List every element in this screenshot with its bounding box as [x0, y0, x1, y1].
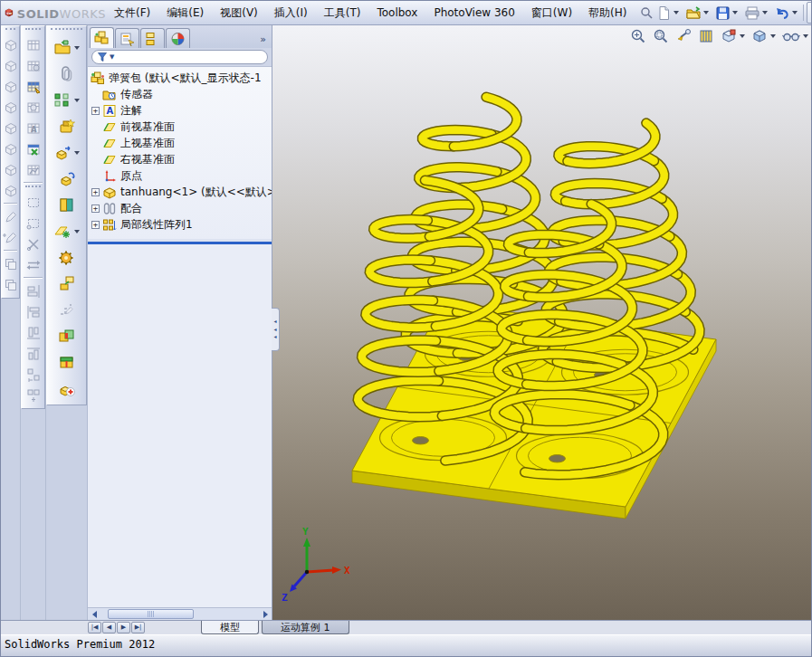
design-table-colored-button[interactable]	[22, 76, 44, 97]
view-cube-button[interactable]	[2, 76, 19, 97]
display-style-button[interactable]	[751, 28, 776, 44]
sketch-pen-button[interactable]	[2, 206, 19, 227]
print-button[interactable]	[741, 2, 770, 24]
design-table-button[interactable]	[22, 34, 44, 55]
tree-item-sensors[interactable]: 传感器	[88, 86, 272, 102]
view-orientation-button[interactable]	[721, 28, 745, 44]
undo-button[interactable]	[771, 2, 800, 24]
section-view-button[interactable]	[698, 28, 714, 44]
align-button[interactable]	[22, 322, 44, 343]
sketch-pen-add-button[interactable]	[2, 227, 19, 248]
toolbar-grip[interactable]	[25, 186, 41, 190]
scroll-track[interactable]	[100, 608, 259, 620]
menu-tools[interactable]: 工具(T)	[316, 2, 369, 24]
select-box-small-button[interactable]	[22, 213, 44, 233]
menu-file[interactable]: 文件(F)	[106, 2, 158, 24]
design-table-chart-button[interactable]	[22, 159, 44, 180]
linear-component-pattern-button[interactable]	[47, 87, 86, 113]
menu-photoview[interactable]: PhotoView 360	[425, 3, 522, 23]
tree-item-right-plane[interactable]: 右视基准面	[88, 151, 272, 167]
scroll-right-arrow[interactable]	[259, 608, 272, 620]
align-button[interactable]	[22, 301, 44, 322]
tree-item-mates[interactable]: + 配合	[88, 200, 272, 216]
panel-collapse-handle[interactable]: ◂ ◂ ◂	[272, 308, 280, 351]
assembly-reference-geometry-button[interactable]	[47, 218, 86, 244]
space-evenly-button[interactable]	[22, 385, 44, 405]
view-cube-button[interactable]	[2, 118, 19, 138]
select-button[interactable]	[807, 2, 812, 24]
insert-component-button[interactable]	[47, 34, 86, 61]
toolbar-grip[interactable]	[51, 28, 82, 33]
space-evenly-button[interactable]	[22, 364, 44, 385]
tab-propertymanager[interactable]	[115, 28, 139, 48]
graphics-viewport[interactable]: Y X Z	[272, 25, 811, 620]
tab-nav-next[interactable]: ▶	[117, 622, 130, 633]
assembly-xpert-button[interactable]	[47, 376, 86, 402]
scroll-thumb[interactable]	[108, 609, 194, 619]
tab-displaymanager[interactable]	[166, 28, 190, 48]
compare-stack-button[interactable]	[2, 274, 19, 295]
save-button[interactable]	[712, 2, 740, 24]
menu-insert[interactable]: 插入(I)	[266, 2, 316, 24]
menu-edit[interactable]: 编辑(E)	[158, 2, 212, 24]
search-icon[interactable]	[640, 4, 654, 22]
design-table-a-button[interactable]: A	[22, 118, 44, 138]
menu-help[interactable]: 帮助(H)	[580, 2, 635, 24]
tab-featuremanager-tree[interactable]	[90, 27, 114, 48]
scroll-left-arrow[interactable]	[88, 608, 100, 620]
menu-toolbox[interactable]: Toolbox	[368, 3, 425, 23]
new-document-button[interactable]	[654, 2, 682, 24]
previous-view-button[interactable]	[675, 28, 692, 44]
tab-nav-prev[interactable]: ◀	[102, 622, 116, 633]
view-cube-button[interactable]	[2, 180, 19, 201]
exploded-view-button[interactable]	[47, 271, 86, 297]
align-button[interactable]	[22, 343, 44, 364]
show-hidden-components-button[interactable]	[47, 192, 86, 218]
design-table-x-button[interactable]	[22, 138, 44, 159]
swap-arrows-button[interactable]	[22, 254, 44, 275]
tab-nav-last[interactable]: ▶|	[131, 622, 145, 633]
tree-item-assembly-root[interactable]: 弹簧包 (默认<默认_显示状态-1	[88, 70, 272, 86]
view-cube-button[interactable]	[2, 55, 19, 76]
mate-button[interactable]	[47, 61, 86, 87]
align-button[interactable]	[22, 281, 44, 301]
expand-toggle[interactable]: +	[91, 188, 100, 196]
tab-configurationmanager[interactable]	[140, 28, 165, 48]
toolbar-grip[interactable]	[25, 28, 41, 33]
view-cube-button[interactable]	[2, 159, 19, 180]
move-component-button[interactable]	[47, 139, 86, 166]
tree-item-front-plane[interactable]: 前视基准面	[88, 119, 272, 135]
assembly-features-button[interactable]	[47, 349, 86, 376]
tree-item-origin[interactable]: 原点	[88, 167, 272, 184]
tree-item-local-linear-pattern[interactable]: + 局部线性阵列1	[88, 216, 272, 233]
view-cube-button[interactable]	[2, 138, 19, 159]
expand-toggle[interactable]: +	[91, 205, 100, 213]
tree-item-top-plane[interactable]: 上视基准面	[88, 135, 272, 151]
expand-toggle[interactable]: +	[91, 107, 100, 115]
smart-fasteners-button[interactable]	[47, 113, 86, 139]
design-table-sphere-button[interactable]	[22, 55, 44, 76]
toolbar-grip[interactable]	[5, 28, 15, 33]
hide-show-items-button[interactable]	[782, 28, 808, 44]
tab-model[interactable]: 模型	[201, 621, 259, 634]
trim-button[interactable]	[22, 233, 44, 254]
tab-motion-study[interactable]: 运动算例 1	[262, 621, 349, 634]
tab-nav-first[interactable]: |◀	[88, 622, 101, 633]
design-table-disabled-button[interactable]	[22, 97, 44, 118]
view-cube-button[interactable]	[2, 34, 19, 55]
menu-window[interactable]: 窗口(W)	[523, 2, 580, 24]
zoom-to-fit-button[interactable]	[630, 28, 646, 44]
tree-filter-input[interactable]: ▼	[91, 50, 268, 64]
compare-stack-button[interactable]	[2, 253, 19, 274]
open-button[interactable]	[683, 2, 712, 24]
select-box-button[interactable]	[22, 192, 44, 213]
zoom-to-area-button[interactable]	[653, 28, 669, 44]
panel-horizontal-scrollbar[interactable]	[88, 607, 272, 620]
expand-toggle[interactable]: +	[91, 221, 100, 229]
rotate-component-button[interactable]	[47, 166, 86, 192]
new-motion-study-button[interactable]	[47, 244, 86, 271]
menu-view[interactable]: 视图(V)	[212, 2, 266, 24]
tree-item-annotations[interactable]: + A 注解	[88, 102, 272, 119]
tree-item-tanhuang-part[interactable]: + tanhuang<1> (默认<<默认>_显	[88, 184, 272, 200]
tabs-overflow-chevron[interactable]: »	[260, 33, 270, 48]
